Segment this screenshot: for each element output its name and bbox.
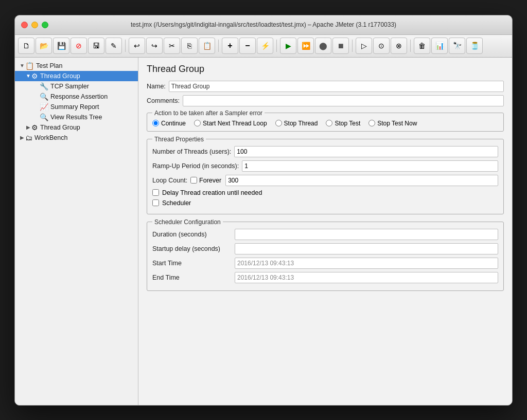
thread-group-2-icon: ⚙ [31,123,38,132]
open-button[interactable]: 📂 [36,38,52,54]
radio-continue[interactable]: Continue [152,120,186,127]
tree-arrow-thread-group-2: ▶ [25,124,31,130]
toggle-button[interactable]: ⚡ [257,38,273,54]
panel-title: Thread Group [147,64,504,75]
sidebar-item-response-assertion[interactable]: 🔍 Response Assertion [15,92,138,102]
jar-button[interactable]: 🫙 [466,38,483,54]
radio-start-next[interactable]: Start Next Thread Loop [194,120,267,127]
main-panel: Thread Group Name: Comments: Action to b… [138,58,512,405]
clear-button[interactable]: 🗑 [414,38,430,54]
end-time-row: End Time [152,272,498,283]
sidebar: ▼ 📋 Test Plan ▼ ⚙ Thread Group 🔧 TCP Sam… [15,58,138,405]
copy-button[interactable]: ⎘ [181,38,198,54]
floppy-button[interactable]: 🖫 [88,38,104,54]
radio-stop-thread[interactable]: Stop Thread [275,120,318,127]
application-window: test.jmx (/Users/ngs/git/indigital-innga… [14,15,513,406]
binoculars-button[interactable]: 🔭 [449,38,465,54]
thread-properties-legend: Thread Properties [152,136,206,143]
sidebar-item-workbench[interactable]: ▶ 🗂 WorkBench [15,133,138,143]
pause-button[interactable]: ⬤ [315,38,331,54]
maximize-button[interactable] [42,22,48,28]
sidebar-item-label-response: Response Assertion [50,93,108,100]
tcp-sampler-icon: 🔧 [40,82,48,90]
delay-thread-label: Delay Thread creation until needed [162,189,262,196]
start-time-row: Start Time [152,258,498,269]
response-assertion-icon: 🔍 [40,93,48,101]
ramp-up-row: Ramp-Up Period (in seconds): [152,160,498,172]
radio-stop-test-now[interactable]: Stop Test Now [368,120,417,127]
ramp-up-input[interactable] [242,160,498,172]
num-threads-input[interactable] [234,146,498,157]
separator-5 [410,40,411,52]
action-radio-row: Continue Start Next Thread Loop Stop Thr… [152,120,498,127]
startup-delay-input[interactable] [235,243,498,254]
save-button[interactable]: 💾 [53,38,69,54]
results-button[interactable]: 📊 [431,38,448,54]
sidebar-item-label-thread-group: Thread Group [40,72,80,80]
summary-report-icon: 📈 [40,103,48,111]
delay-thread-checkbox[interactable] [152,189,159,196]
remote-run-button[interactable]: ▷ [356,38,372,54]
stop-button[interactable]: ⏹ [332,38,349,54]
name-input[interactable] [169,81,504,92]
stop-sign-button[interactable]: ⊘ [71,38,87,54]
titlebar: test.jmx (/Users/ngs/git/indigital-innga… [15,15,512,35]
radio-stop-thread-label: Stop Thread [284,120,318,127]
minimize-button[interactable] [31,22,38,28]
undo-button[interactable]: ↩ [129,38,145,54]
remove-button[interactable]: − [239,38,256,54]
radio-stop-thread-input[interactable] [275,120,282,126]
forever-checkbox[interactable] [190,177,197,184]
radio-start-next-input[interactable] [194,120,201,126]
add-button[interactable]: + [222,38,238,54]
sidebar-item-summary-report[interactable]: 📈 Summary Report [15,102,138,112]
radio-stop-test-label: Stop Test [335,120,360,127]
comments-input[interactable] [183,95,504,106]
sidebar-item-label-tcp: TCP Sampler [50,83,89,90]
cut-button[interactable]: ✂ [164,38,180,54]
sidebar-item-view-results-tree[interactable]: 🔍 View Results Tree [15,112,138,122]
run-button[interactable]: ▶ [280,38,296,54]
workbench-icon: 🗂 [25,134,32,142]
close-button[interactable] [21,22,28,28]
radio-start-next-label: Start Next Thread Loop [203,120,267,127]
run-all-button[interactable]: ⏩ [297,38,314,54]
sidebar-item-thread-group[interactable]: ▼ ⚙ Thread Group [15,71,138,81]
traffic-lights [21,22,48,28]
view-results-icon: 🔍 [40,113,48,121]
pencil-button[interactable]: ✎ [106,38,122,54]
window-title: test.jmx (/Users/ngs/git/indigital-innga… [131,21,396,28]
scheduler-label: Scheduler [162,199,191,207]
loop-count-row: Loop Count: Forever [152,175,498,186]
name-row: Name: [147,81,504,92]
scheduler-config-fieldset: Scheduler Configuration Duration (second… [147,218,504,291]
paste-button[interactable]: 📋 [199,38,215,54]
new-button[interactable]: 🗋 [18,38,34,54]
tree-arrow-workbench: ▶ [19,135,25,140]
radio-continue-label: Continue [161,120,186,127]
radio-stop-test-now-input[interactable] [368,120,375,126]
separator-4 [352,40,353,52]
sidebar-item-thread-group-2[interactable]: ▶ ⚙ Thread Group [15,122,138,133]
redo-button[interactable]: ↪ [146,38,163,54]
radio-stop-test[interactable]: Stop Test [326,120,360,127]
start-time-input[interactable] [235,258,498,269]
sidebar-item-tcp-sampler[interactable]: 🔧 TCP Sampler [15,81,138,92]
remote-stop2-button[interactable]: ⊗ [391,38,407,54]
duration-label: Duration (seconds) [152,231,235,238]
end-time-input[interactable] [235,272,498,283]
sidebar-item-label-workbench: WorkBench [34,134,67,141]
loop-count-input[interactable] [225,175,498,186]
separator-1 [125,40,126,52]
toolbar: 🗋 📂 💾 ⊘ 🖫 ✎ ↩ ↪ ✂ ⎘ 📋 + − ⚡ ▶ ⏩ ⬤ ⏹ ▷ ⊙ … [15,35,512,58]
tree-arrow-test-plan: ▼ [19,63,25,68]
duration-input[interactable] [235,229,498,240]
remote-stop-button[interactable]: ⊙ [373,38,390,54]
main-content: ▼ 📋 Test Plan ▼ ⚙ Thread Group 🔧 TCP Sam… [15,58,512,405]
startup-delay-row: Startup delay (seconds) [152,243,498,254]
radio-continue-input[interactable] [152,120,159,126]
scheduler-checkbox[interactable] [152,199,159,206]
sidebar-item-test-plan[interactable]: ▼ 📋 Test Plan [15,61,138,71]
separator-2 [218,40,219,52]
radio-stop-test-input[interactable] [326,120,332,126]
